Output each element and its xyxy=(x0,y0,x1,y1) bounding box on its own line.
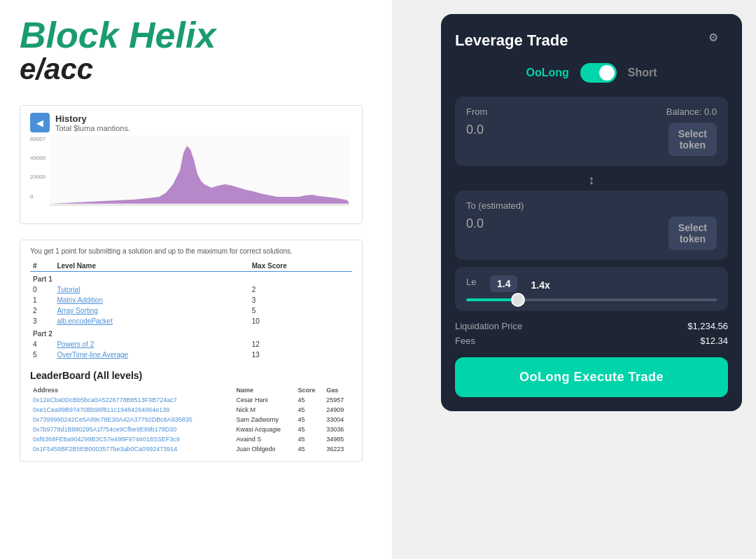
to-value: 0.0 xyxy=(466,216,484,231)
chart-area: 60007 40000 20000 0 xyxy=(30,135,352,219)
long-label: OoLong xyxy=(526,67,568,79)
long-short-toggle[interactable] xyxy=(580,63,617,83)
brand-block: Block Helix e/acc xyxy=(20,17,372,85)
leaderboard-all-title: LeaderBoard (All levels) xyxy=(30,370,352,381)
panel-header: Leverage Trade ⚙ xyxy=(455,31,728,50)
trade-panel: Leverage Trade ⚙ OoLong Short From Balan… xyxy=(441,14,742,411)
level-row-3: 3 alb.encodePacket 10 xyxy=(30,316,352,326)
toggle-row: OoLong Short xyxy=(455,63,728,83)
swap-icon[interactable]: ↕ xyxy=(589,173,595,188)
fees-value: $12.34 xyxy=(700,336,728,346)
leaderboard-row: 0x12eCba0DcBb5bca0A5226778B8513F9B724ac7… xyxy=(30,395,352,405)
part1-row: Part 1 xyxy=(30,272,352,285)
from-value: 0.0 xyxy=(466,123,484,137)
part2-label: Part 2 xyxy=(30,326,352,339)
from-select-token-button[interactable]: Selecttoken xyxy=(668,123,717,156)
level-row-5: 5 OverTime-line Average 13 xyxy=(30,350,352,360)
leaderboard-levels-card: You get 1 point for submitting a solutio… xyxy=(20,240,363,462)
part1-label: Part 1 xyxy=(30,272,352,285)
level-row-0: 0 Tutorial 2 xyxy=(30,284,352,295)
history-header: ◀ History Total $luma mantions. xyxy=(30,113,352,132)
leaderboard-all-table: Address Name Score Gas 0x12eCba0DcBb5bca… xyxy=(30,385,352,454)
col-score: Max Score xyxy=(249,261,352,272)
leaderboard-row: 0x1F5459BF2B5EB0003577be3ab0Ca0992473914… xyxy=(30,444,352,454)
history-icon: ◀ xyxy=(30,113,50,132)
from-card: From Balance: 0.0 0.0 Selecttoken xyxy=(455,97,728,166)
col-num: # xyxy=(30,261,54,272)
history-subtitle: Total $luma mantions. xyxy=(55,124,130,132)
svg-text:60007: 60007 xyxy=(30,136,46,142)
history-card: ◀ History Total $luma mantions. 60007 40… xyxy=(20,105,363,224)
leaderboard-row: 0xf6368FE8a904299B3C57e498F9746018SSEF3c… xyxy=(30,434,352,444)
leaderboard-row: 0x7399990242Ce5A99c78E30A42A37792DBc6A93… xyxy=(30,415,352,425)
to-card: To (estimated) 0.0 Selecttoken xyxy=(455,191,728,260)
toggle-knob xyxy=(599,65,615,81)
swap-row: ↕ xyxy=(455,173,728,188)
svg-text:0: 0 xyxy=(30,193,34,200)
fees-row: Fees $12.34 xyxy=(455,336,728,346)
gear-icon[interactable]: ⚙ xyxy=(708,31,728,50)
svg-text:40000: 40000 xyxy=(30,155,46,161)
part2-row: Part 2 xyxy=(30,326,352,339)
col-level: Level Name xyxy=(54,261,248,272)
from-label: From xyxy=(466,106,487,117)
leverage-value: 1.4x xyxy=(531,280,550,291)
fees-label: Fees xyxy=(455,336,475,346)
brand-subtitle: e/acc xyxy=(20,53,372,85)
left-panel: Block Helix e/acc ◀ History Total $luma … xyxy=(0,0,392,559)
leaderboard-row: 0xe1Cea99B97470Bb96f811c19484264964e139 … xyxy=(30,405,352,415)
leverage-slider-thumb[interactable] xyxy=(511,293,525,307)
level-row-4: 4 Powers of 2 12 xyxy=(30,339,352,350)
execute-trade-button[interactable]: OoLong Execute Trade xyxy=(455,357,728,397)
leaderboard-row: 0x7b9778d1B880295A1f754ce9Cfbe9E99b178D3… xyxy=(30,425,352,434)
level-row-2: 2 Array Sorting 5 xyxy=(30,305,352,316)
short-label: Short xyxy=(628,67,657,79)
leverage-card: Le 1.4 1.4x xyxy=(455,267,728,311)
liquidation-price-row: Liquidation Price $1,234.56 xyxy=(455,321,728,331)
leaderboard-intro: You get 1 point for submitting a solutio… xyxy=(30,247,352,255)
svg-text:20000: 20000 xyxy=(30,174,46,180)
level-row-1: 1 Matrix Addition 3 xyxy=(30,295,352,305)
brand-title: Block Helix xyxy=(20,17,372,53)
history-title: History xyxy=(55,113,130,124)
from-balance: Balance: 0.0 xyxy=(666,106,717,117)
info-rows: Liquidation Price $1,234.56 Fees $12.34 xyxy=(455,321,728,346)
levels-table: # Level Name Max Score Part 1 0 Tutorial… xyxy=(30,261,352,360)
panel-title: Leverage Trade xyxy=(455,32,568,50)
to-select-token-button[interactable]: Selecttoken xyxy=(668,216,717,250)
liquidation-label: Liquidation Price xyxy=(455,321,522,331)
leverage-label: Le xyxy=(466,277,476,287)
liquidation-value: $1,234.56 xyxy=(687,321,728,331)
leverage-slider-track xyxy=(466,298,717,301)
leverage-badge: 1.4 xyxy=(490,275,517,292)
to-label: To (estimated) xyxy=(466,200,524,211)
